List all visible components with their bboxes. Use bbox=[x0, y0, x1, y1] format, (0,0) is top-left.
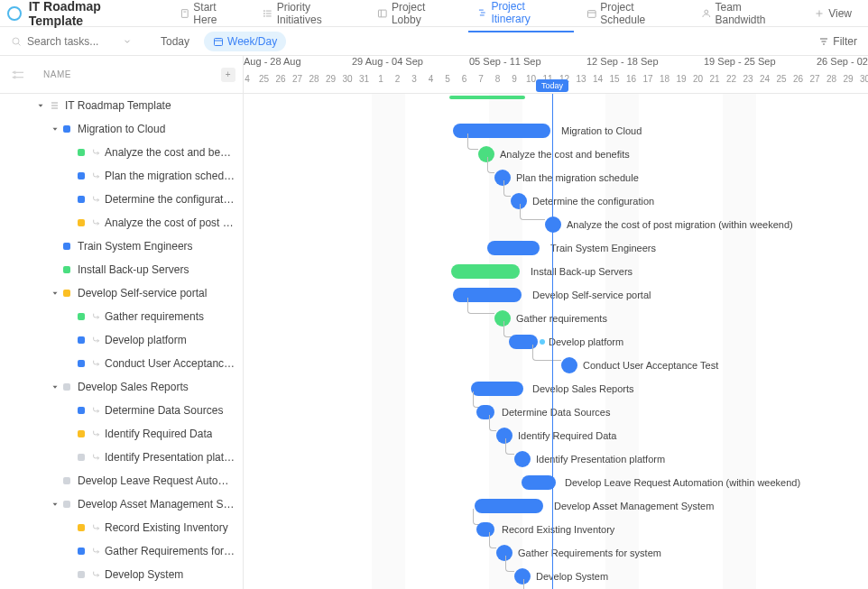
nav-tab-project-schedule[interactable]: Project Schedule bbox=[577, 0, 688, 32]
tree-item[interactable]: Analyze the cost of post mig... bbox=[0, 211, 243, 235]
gantt-milestone[interactable] bbox=[561, 357, 577, 373]
gantt-row[interactable]: Train System Engineers bbox=[244, 236, 868, 260]
caret-down-icon[interactable] bbox=[51, 500, 60, 509]
gantt-milestone[interactable] bbox=[494, 170, 511, 186]
tree-item[interactable]: Develop Leave Request Automation bbox=[0, 469, 243, 492]
gantt-row[interactable]: Develop Leave Request Automation (within… bbox=[244, 471, 868, 494]
tree-label: Migration to Cloud bbox=[78, 123, 165, 135]
tree-item[interactable]: Identify Required Data bbox=[0, 422, 243, 446]
gantt-row[interactable]: Develop System bbox=[244, 565, 868, 588]
nav-tab-start-here[interactable]: Start Here bbox=[171, 0, 250, 32]
gantt-row[interactable]: Migration to Cloud bbox=[244, 119, 868, 143]
gantt-row[interactable]: Develop Asset Management System bbox=[244, 494, 868, 518]
caret-down-icon[interactable] bbox=[36, 101, 45, 110]
tree-item[interactable]: IT Roadmap Template bbox=[0, 94, 243, 117]
tree-item[interactable]: Plan the migration schedule bbox=[0, 164, 243, 188]
caret-down-icon[interactable] bbox=[51, 124, 60, 133]
gantt-row[interactable] bbox=[244, 96, 868, 119]
gantt-bar[interactable] bbox=[487, 241, 540, 255]
gantt-chart[interactable]: Aug - 28 Aug29 Aug - 04 Sep05 Sep - 11 S… bbox=[244, 56, 868, 589]
nav-tab-project-itinerary[interactable]: Project Itinerary bbox=[468, 0, 574, 32]
gantt-milestone[interactable] bbox=[514, 568, 531, 584]
gantt-row[interactable]: Conduct User Acceptance Test bbox=[244, 354, 868, 377]
gantt-milestone[interactable] bbox=[511, 193, 527, 209]
collapse-icon[interactable] bbox=[11, 68, 25, 82]
status-indicator bbox=[78, 407, 85, 414]
svg-marker-33 bbox=[53, 386, 58, 389]
gantt-row[interactable]: Analyze the cost and benefits bbox=[244, 143, 868, 166]
gantt-milestone[interactable] bbox=[496, 428, 512, 444]
gantt-bar[interactable] bbox=[475, 499, 543, 513]
gantt-milestone[interactable] bbox=[478, 146, 494, 162]
tree-item[interactable]: Determine the configuration bbox=[0, 188, 243, 211]
gantt-row[interactable]: Develop Self-service portal bbox=[244, 283, 868, 307]
gantt-row[interactable]: Develop Sales Reports bbox=[244, 377, 868, 400]
tree-label: Plan the migration schedule bbox=[105, 170, 235, 182]
tree-item[interactable]: Develop Self-service portal bbox=[0, 281, 243, 305]
gantt-bar[interactable] bbox=[449, 96, 525, 99]
gantt-body[interactable]: Today Migration to CloudAnalyze the cost… bbox=[244, 94, 868, 589]
tree-item[interactable]: Develop System bbox=[0, 563, 243, 586]
tree-item[interactable]: Install Back-up Servers bbox=[0, 258, 243, 281]
weekday-toggle[interactable]: Week/Day bbox=[204, 32, 286, 51]
tree-item[interactable]: Determine Data Sources bbox=[0, 399, 243, 422]
status-indicator bbox=[78, 172, 85, 179]
gantt-milestone[interactable] bbox=[496, 545, 512, 561]
tree-item[interactable]: Train System Engineers bbox=[0, 235, 243, 258]
add-column-button[interactable]: + bbox=[221, 68, 235, 82]
tree-item[interactable]: Gather requirements bbox=[0, 305, 243, 328]
search-container[interactable] bbox=[11, 35, 146, 48]
gantt-bar-label: Migration to Cloud bbox=[561, 125, 642, 136]
gantt-bar[interactable] bbox=[471, 382, 523, 396]
gantt-row[interactable]: Gather requirements bbox=[244, 307, 868, 330]
tree-item[interactable]: Analyze the cost and benefits bbox=[0, 141, 243, 164]
gantt-row[interactable]: Determine Data Sources bbox=[244, 400, 868, 424]
status-indicator bbox=[63, 477, 70, 484]
caret-down-icon[interactable] bbox=[51, 382, 60, 391]
gantt-bar[interactable] bbox=[453, 124, 550, 138]
today-button[interactable]: Today bbox=[153, 32, 197, 51]
gantt-row[interactable]: Identify Presentation platform bbox=[244, 447, 868, 471]
nav-tab-view[interactable]: View bbox=[805, 0, 861, 32]
caret-down-icon[interactable] bbox=[51, 289, 60, 298]
tree-item[interactable]: Gather Requirements for syst... bbox=[0, 539, 243, 563]
svg-marker-27 bbox=[39, 105, 43, 107]
gantt-milestone[interactable] bbox=[514, 451, 531, 467]
gantt-milestone[interactable] bbox=[494, 310, 511, 327]
gantt-row[interactable]: Install Back-up Servers bbox=[244, 260, 868, 283]
nav-tab-project-lobby[interactable]: Project Lobby bbox=[368, 0, 464, 32]
gantt-row[interactable]: Develop platform bbox=[244, 330, 868, 354]
filter-button[interactable]: Filter bbox=[818, 35, 857, 48]
gantt-row[interactable]: Analyze the cost of post migration (with… bbox=[244, 213, 868, 236]
gantt-row[interactable]: Plan the migration schedule bbox=[244, 166, 868, 189]
tree-item[interactable]: Develop Sales Reports bbox=[0, 375, 243, 399]
status-indicator bbox=[78, 454, 85, 461]
tree-item[interactable]: Conduct User Acceptance Test bbox=[0, 352, 243, 375]
search-input[interactable] bbox=[27, 35, 117, 48]
tree-item[interactable]: Record Existing Inventory bbox=[0, 516, 243, 539]
nav-tab-priority-initiatives[interactable]: Priority Initiatives bbox=[254, 0, 365, 32]
app-title: IT Roadmap Template bbox=[29, 0, 156, 28]
tree-item[interactable]: Migration to Cloud bbox=[0, 117, 243, 141]
tree-item[interactable]: Develop platform bbox=[0, 328, 243, 352]
gantt-bar[interactable] bbox=[476, 405, 494, 419]
gantt-row[interactable]: Determine the configuration bbox=[244, 189, 868, 213]
gantt-row[interactable]: Gather Requirements for system bbox=[244, 541, 868, 565]
gantt-milestone[interactable] bbox=[545, 216, 561, 233]
gantt-row[interactable]: Record Existing Inventory bbox=[244, 518, 868, 541]
tree-label: Develop Sales Reports bbox=[78, 381, 189, 393]
gantt-bar[interactable] bbox=[453, 288, 522, 302]
gantt-row[interactable]: Identify Required Data bbox=[244, 424, 868, 447]
day-cell: 31 bbox=[356, 74, 374, 84]
gantt-bar[interactable] bbox=[522, 475, 556, 490]
subtask-icon bbox=[92, 148, 101, 157]
status-indicator bbox=[63, 266, 70, 273]
gantt-bar[interactable] bbox=[476, 522, 494, 537]
subtask-icon bbox=[92, 171, 101, 180]
gantt-bar[interactable] bbox=[509, 335, 538, 349]
tree-item[interactable]: Identify Presentation platform bbox=[0, 446, 243, 469]
chevron-down-icon[interactable] bbox=[123, 37, 132, 46]
nav-tab-team-bandwidth[interactable]: Team Bandwidth bbox=[692, 0, 801, 32]
gantt-bar[interactable] bbox=[451, 264, 520, 279]
tree-item[interactable]: Develop Asset Management System bbox=[0, 492, 243, 516]
